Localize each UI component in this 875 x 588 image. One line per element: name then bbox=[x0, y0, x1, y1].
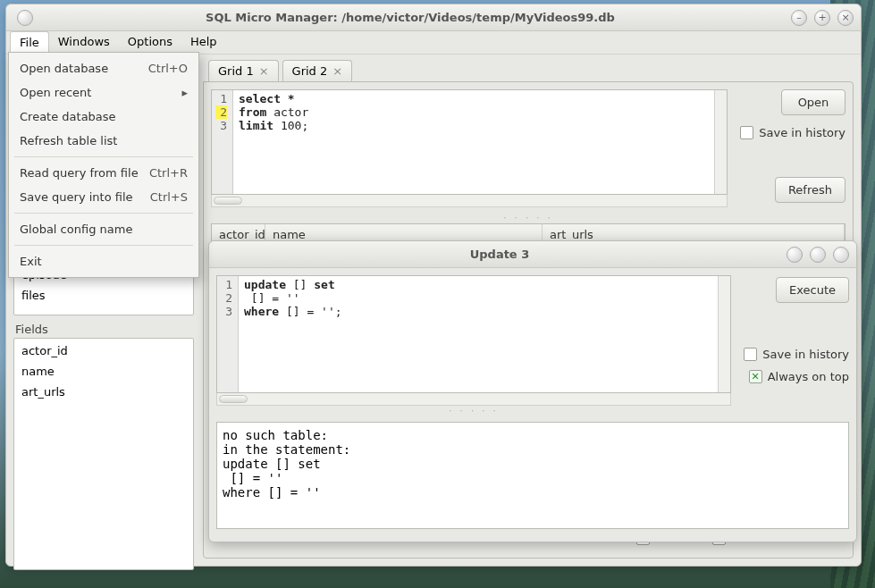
scrollbar-horizontal[interactable] bbox=[216, 393, 731, 406]
execute-button[interactable]: Execute bbox=[776, 277, 849, 303]
update-titlebar[interactable]: Update 3 bbox=[209, 241, 856, 268]
save-in-history-check[interactable]: Save in history bbox=[744, 348, 849, 361]
gutter: 123 bbox=[217, 276, 239, 392]
query-code[interactable]: select * from actor limit 100; bbox=[233, 90, 314, 194]
tabs: Grid 1 × Grid 2 × bbox=[203, 56, 854, 81]
always-on-top-check[interactable]: ✕ Always on top bbox=[749, 370, 849, 383]
fields-list[interactable]: actor_id name art_urls bbox=[13, 338, 194, 570]
field-item-actor-id[interactable]: actor_id bbox=[14, 340, 193, 361]
checkbox-icon[interactable] bbox=[744, 348, 757, 361]
maximize-icon[interactable]: + bbox=[814, 10, 830, 26]
scrollbar-vertical[interactable] bbox=[718, 276, 730, 392]
table-item-files[interactable]: files bbox=[14, 285, 193, 306]
gutter: 123 bbox=[212, 90, 233, 194]
tab-grid-2[interactable]: Grid 2 × bbox=[282, 60, 353, 81]
tab-close-icon[interactable]: × bbox=[259, 64, 269, 78]
scrollbar-horizontal[interactable] bbox=[211, 195, 728, 207]
menu-save-query[interactable]: Save query into file Ctrl+S bbox=[9, 185, 198, 209]
close-icon[interactable]: × bbox=[837, 10, 854, 26]
menu-exit[interactable]: Exit bbox=[9, 249, 198, 273]
save-in-history-check[interactable]: Save in history bbox=[740, 126, 846, 139]
scrollbar-vertical[interactable] bbox=[714, 90, 727, 194]
maximize-icon[interactable] bbox=[810, 247, 826, 263]
fields-label: Fields bbox=[15, 323, 194, 336]
checkbox-icon[interactable] bbox=[740, 126, 753, 139]
menu-file[interactable]: File bbox=[10, 31, 49, 54]
menu-help[interactable]: Help bbox=[181, 31, 226, 54]
update-editor[interactable]: 123 update [] set [] = '' where [] = ''; bbox=[216, 275, 731, 393]
update-code[interactable]: update [] set [] = '' where [] = ''; bbox=[239, 276, 348, 392]
tab-close-icon[interactable]: × bbox=[332, 64, 342, 78]
window-title: SQL Micro Manager: /home/victor/Videos/t… bbox=[33, 11, 787, 24]
minimize-icon[interactable]: – bbox=[791, 10, 807, 26]
pane-splitter[interactable]: · · · · · bbox=[216, 406, 731, 416]
menu-global-config[interactable]: Global config name bbox=[9, 217, 198, 241]
field-item-art-urls[interactable]: art_urls bbox=[14, 382, 193, 402]
close-icon[interactable] bbox=[833, 247, 849, 263]
file-menu-dropdown: Open database Ctrl+O Open recent ▸ Creat… bbox=[8, 52, 199, 278]
tab-grid-1[interactable]: Grid 1 × bbox=[208, 60, 279, 81]
menu-open-recent[interactable]: Open recent ▸ bbox=[9, 80, 198, 105]
menu-open-database[interactable]: Open database Ctrl+O bbox=[9, 56, 198, 80]
error-output[interactable]: no such table: in the statement: update … bbox=[216, 422, 849, 529]
update-window: Update 3 123 update [] set [] = '' where… bbox=[208, 240, 857, 542]
titlebar[interactable]: SQL Micro Manager: /home/victor/Videos/t… bbox=[6, 4, 861, 31]
open-button[interactable]: Open bbox=[781, 89, 846, 115]
menu-create-database[interactable]: Create database bbox=[9, 105, 198, 129]
menu-refresh-table-list[interactable]: Refresh table list bbox=[9, 129, 198, 153]
menu-windows[interactable]: Windows bbox=[49, 31, 119, 54]
chevron-right-icon: ▸ bbox=[181, 86, 188, 99]
window-menu-icon[interactable] bbox=[17, 10, 33, 26]
menu-read-query[interactable]: Read query from file Ctrl+R bbox=[9, 161, 198, 185]
menu-options[interactable]: Options bbox=[119, 31, 181, 54]
checkbox-icon[interactable]: ✕ bbox=[749, 370, 762, 383]
tab-label: Grid 1 bbox=[218, 64, 254, 78]
refresh-button[interactable]: Refresh bbox=[775, 177, 846, 203]
update-window-title: Update 3 bbox=[216, 248, 783, 261]
tab-label: Grid 2 bbox=[292, 64, 328, 78]
field-item-name[interactable]: name bbox=[14, 361, 193, 382]
minimize-icon[interactable] bbox=[787, 247, 803, 263]
query-editor[interactable]: 123 select * from actor limit 100; bbox=[211, 89, 728, 195]
pane-splitter[interactable]: · · · · · bbox=[211, 213, 846, 223]
